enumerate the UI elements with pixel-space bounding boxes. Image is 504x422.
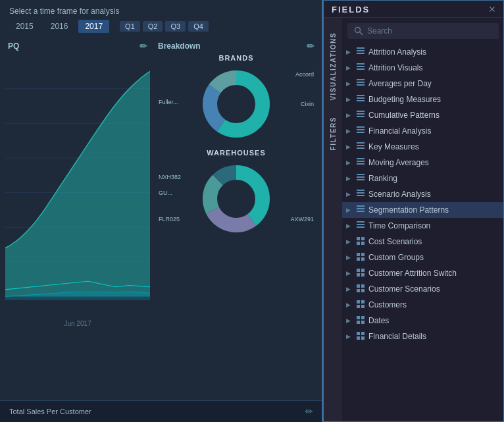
svg-rect-75 bbox=[357, 321, 360, 324]
table-field-icon bbox=[357, 126, 365, 136]
field-item[interactable]: ▶Financial Details bbox=[342, 329, 504, 344]
bottom-title: Total Sales Per Customer bbox=[9, 408, 91, 415]
field-item[interactable]: ▶Budgeting Measures bbox=[342, 92, 504, 107]
field-name-label: Customers bbox=[368, 300, 499, 309]
dashboard-panel: Select a time frame for analysis 2015 20… bbox=[0, 0, 322, 422]
tab-visualizations[interactable]: VISUALIZATIONS bbox=[326, 24, 341, 109]
q3-button[interactable]: Q3 bbox=[165, 21, 186, 32]
svg-rect-43 bbox=[357, 179, 365, 180]
svg-rect-46 bbox=[357, 195, 365, 196]
brands-title: BRANDS bbox=[155, 54, 317, 62]
field-expand-arrow: ▶ bbox=[346, 270, 353, 277]
warehouses-title: WAREHOUSES bbox=[155, 149, 317, 157]
field-name-label: Time Comparison bbox=[368, 221, 499, 230]
grid-field-icon bbox=[357, 237, 365, 246]
field-item[interactable]: ▶Customers bbox=[342, 297, 504, 313]
svg-rect-62 bbox=[361, 269, 365, 272]
warehouse-nxh-label: NXH382 bbox=[159, 174, 181, 180]
svg-rect-79 bbox=[357, 336, 360, 340]
field-item[interactable]: ▶Averages per Day bbox=[342, 76, 504, 92]
field-expand-arrow: ▶ bbox=[346, 254, 353, 261]
field-item[interactable]: ▶Attrition Visuals bbox=[342, 60, 504, 76]
time-label: Select a time frame for analysis bbox=[9, 7, 313, 16]
field-item[interactable]: ▶Ranking bbox=[342, 171, 504, 186]
svg-rect-23 bbox=[357, 79, 365, 80]
svg-rect-78 bbox=[361, 332, 365, 335]
svg-rect-68 bbox=[361, 289, 365, 292]
fields-header: FIELDS ✕ bbox=[324, 0, 504, 18]
field-item[interactable]: ▶Time Comparison bbox=[342, 218, 504, 234]
breakdown-title: Breakdown bbox=[158, 41, 201, 51]
field-name-label: Attrition Analysis bbox=[368, 47, 499, 57]
svg-rect-32 bbox=[357, 126, 365, 128]
grid-field-icon bbox=[357, 316, 365, 325]
warehouse-gu-label: GU... bbox=[159, 190, 172, 196]
q4-button[interactable]: Q4 bbox=[188, 21, 209, 32]
close-button[interactable]: ✕ bbox=[488, 4, 496, 14]
svg-rect-20 bbox=[357, 63, 365, 65]
year-2017-button[interactable]: 2017 bbox=[78, 20, 109, 33]
svg-rect-22 bbox=[357, 68, 365, 70]
svg-rect-57 bbox=[357, 253, 360, 256]
grid-field-icon bbox=[357, 300, 365, 309]
chart-edit-icon: ✏ bbox=[139, 41, 147, 51]
field-expand-arrow: ▶ bbox=[346, 302, 353, 308]
svg-rect-44 bbox=[357, 190, 365, 191]
field-item[interactable]: ▶Attrition Analysis bbox=[342, 44, 504, 60]
svg-rect-72 bbox=[361, 305, 365, 308]
svg-rect-19 bbox=[357, 53, 365, 54]
svg-rect-28 bbox=[357, 100, 365, 101]
field-item[interactable]: ▶Custom Groups bbox=[342, 250, 504, 265]
svg-rect-55 bbox=[357, 242, 360, 245]
tab-filters[interactable]: FILTERS bbox=[326, 109, 341, 158]
time-selector: Select a time frame for analysis 2015 20… bbox=[0, 0, 322, 37]
field-item[interactable]: ▶Cumulative Patterns bbox=[342, 107, 504, 123]
area-chart bbox=[5, 54, 150, 317]
svg-rect-48 bbox=[357, 208, 365, 209]
field-item[interactable]: ▶Cost Scenarios bbox=[342, 234, 504, 250]
field-expand-arrow: ▶ bbox=[346, 49, 353, 55]
right-charts: Breakdown ✏ BRANDS bbox=[150, 37, 317, 406]
svg-rect-34 bbox=[357, 132, 365, 133]
field-name-label: Custom Groups bbox=[368, 253, 499, 262]
year-2015-button[interactable]: 2015 bbox=[9, 20, 40, 33]
field-name-label: Customer Scenarios bbox=[368, 284, 499, 294]
warehouse-flr-label: FLR025 bbox=[159, 216, 180, 223]
field-item[interactable]: ▶Moving Averages bbox=[342, 155, 504, 171]
svg-rect-80 bbox=[361, 336, 365, 340]
field-expand-arrow: ▶ bbox=[346, 65, 353, 71]
field-item[interactable]: ▶Key Measures bbox=[342, 139, 504, 155]
table-field-icon bbox=[357, 205, 365, 215]
svg-rect-21 bbox=[357, 66, 365, 67]
svg-rect-25 bbox=[357, 84, 365, 86]
table-field-icon bbox=[357, 221, 365, 230]
q1-button[interactable]: Q1 bbox=[120, 21, 140, 32]
field-expand-arrow: ▶ bbox=[346, 238, 353, 245]
svg-rect-77 bbox=[357, 332, 360, 335]
q2-button[interactable]: Q2 bbox=[143, 21, 163, 32]
field-expand-arrow: ▶ bbox=[346, 333, 353, 340]
field-item[interactable]: ▶Dates bbox=[342, 313, 504, 329]
warehouses-donut-chart bbox=[197, 159, 276, 238]
field-name-label: Budgeting Measures bbox=[368, 95, 499, 104]
svg-rect-36 bbox=[357, 145, 365, 146]
field-item[interactable]: ▶Segmentation Patterns bbox=[342, 202, 504, 218]
svg-rect-73 bbox=[357, 316, 360, 319]
svg-line-16 bbox=[360, 32, 363, 36]
svg-rect-17 bbox=[357, 47, 365, 49]
field-expand-arrow: ▶ bbox=[346, 80, 353, 87]
svg-rect-37 bbox=[357, 147, 365, 149]
field-name-label: Averages per Day bbox=[368, 79, 499, 88]
year-2016-button[interactable]: 2016 bbox=[44, 20, 75, 33]
field-item[interactable]: ▶Scenario Analysis bbox=[342, 186, 504, 202]
field-expand-arrow: ▶ bbox=[346, 175, 353, 182]
field-item[interactable]: ▶Customer Attrition Switch bbox=[342, 265, 504, 281]
field-item[interactable]: ▶Financial Analysis bbox=[342, 123, 504, 139]
svg-rect-74 bbox=[361, 316, 365, 319]
left-chart: PQ ✏ bbox=[5, 37, 150, 406]
search-input[interactable] bbox=[367, 26, 492, 36]
svg-rect-52 bbox=[357, 226, 365, 228]
svg-rect-54 bbox=[361, 237, 365, 240]
svg-rect-69 bbox=[357, 300, 360, 303]
field-item[interactable]: ▶Customer Scenarios bbox=[342, 281, 504, 297]
